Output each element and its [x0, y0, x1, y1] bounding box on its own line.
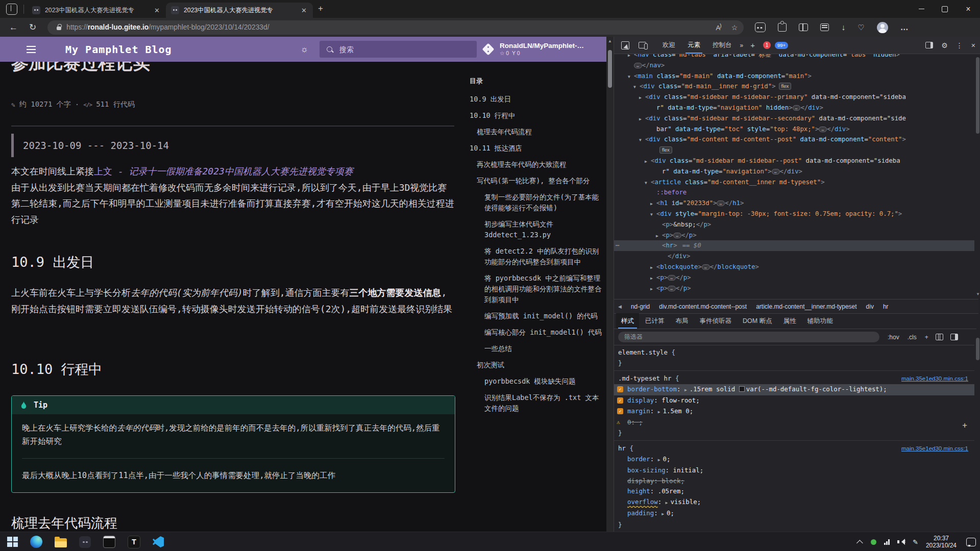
site-title[interactable]: My Pamphlet Blog [65, 43, 172, 56]
taskbar-app-icon[interactable] [79, 536, 91, 548]
toc-item[interactable]: 复制一些必要部分的文件(为了基本能使得能够运行不会报错) [470, 192, 603, 213]
dom-node[interactable]: ▶<div class="md-sidebar md-sidebar--seco… [614, 113, 974, 124]
breadcrumb-item[interactable]: article.md-content__inner.md-typeset [756, 303, 856, 310]
dom-node[interactable]: ▶<p>…</p> [614, 283, 974, 294]
toc-item[interactable]: 梳理去年代码流程 [470, 127, 603, 137]
toc-item[interactable]: 将 pyorbbecsdk 中之前编写和整理的相机调用功能和分割算法的文件整合到… [470, 273, 603, 305]
grid-overlay-icon[interactable] [936, 334, 943, 340]
styles-tab-属性[interactable]: 属性 [778, 313, 801, 329]
window-minimize-button[interactable] [910, 0, 933, 18]
toc-item[interactable]: 一些总结 [470, 343, 603, 354]
css-property[interactable]: height: .05rem; [614, 486, 974, 497]
css-property[interactable]: ⚠0: ; [614, 417, 974, 428]
more-tabs-icon[interactable]: » [740, 42, 744, 49]
breadcrumb-item[interactable]: hr [883, 303, 889, 310]
page-scrollbar[interactable]: ▲ [606, 37, 614, 532]
css-property[interactable]: border: ▶0; [614, 454, 974, 466]
read-aloud-icon[interactable]: A) [716, 22, 721, 32]
tray-green-app-icon[interactable] [871, 539, 876, 545]
scroll-up-arrow[interactable]: ▲ [606, 39, 614, 43]
scroll-down-arrow[interactable]: ▼ [976, 292, 980, 296]
notification-center-icon[interactable] [966, 538, 976, 546]
breadcrumb-item[interactable]: div [866, 303, 874, 310]
dom-node[interactable]: ▶<div class="md-sidebar md-sidebar--prim… [614, 92, 974, 103]
stylesheet-link[interactable]: main.35e1ed30.min.css:1 [901, 373, 968, 384]
lock-icon[interactable] [57, 27, 61, 30]
window-close-button[interactable]: × [957, 0, 980, 18]
favorites-star-icon[interactable]: ☆ [731, 23, 738, 32]
network-icon[interactable] [884, 539, 890, 545]
toc-item[interactable]: pyorbbecsdk 模块缺失问题 [470, 376, 603, 387]
device-emulation-icon[interactable] [639, 42, 646, 48]
inspect-element-icon[interactable] [621, 41, 629, 49]
dock-side-icon[interactable] [925, 42, 933, 48]
css-property[interactable]: display: block; [614, 476, 974, 487]
page-scrollbar-thumb[interactable] [608, 50, 612, 88]
tree-scrollbar-thumb[interactable] [976, 57, 979, 134]
devtools-tab-元素[interactable]: 元素 [681, 37, 706, 54]
dom-node[interactable]: ▶<p>…</p> [614, 272, 974, 283]
dom-node[interactable]: ▼<article class="md-content__inner md-ty… [614, 177, 974, 188]
toc-item[interactable]: 初步编写主体代码文件 3ddetect_1.23.py [470, 219, 603, 240]
split-screen-icon[interactable] [799, 23, 808, 31]
toc-item[interactable]: 写代码(第一轮比赛), 整合各个部分 [470, 176, 603, 186]
devtools-settings-gear-icon[interactable]: ⚙ [941, 41, 948, 49]
dom-node[interactable]: …</nav> [614, 60, 974, 71]
dom-node[interactable]: bar" data-md-type="toc" style="top: 48px… [614, 124, 974, 135]
address-bar[interactable]: https://ronald-luo.gitee.io/mypamphlet-b… [47, 20, 744, 35]
devtools-tab-控制台[interactable]: 控制台 [706, 37, 738, 54]
stylesheet-link[interactable]: main.35e1ed30.min.css:1 [901, 443, 968, 454]
menu-icon[interactable] [27, 49, 36, 50]
css-property[interactable]: overflow: ▶visible; [614, 497, 974, 509]
css-property[interactable]: ✓border-bottom: ▶.15rem solid var(--md-d… [614, 384, 974, 396]
browser-tab-1[interactable]: 2023中国机器人大赛先进视觉专 ✕ [27, 3, 166, 18]
extensions-puzzle-icon[interactable] [778, 23, 787, 32]
devtools-scrollbar[interactable]: ▼ [974, 54, 980, 532]
toc-item[interactable]: 编写核心部分 init_model1() 代码 [470, 327, 603, 338]
dom-node[interactable]: ▶<nav class="md-tabs" aria-label="标签" da… [614, 54, 974, 60]
styles-tab-布局[interactable]: 布局 [671, 313, 694, 329]
toc-item[interactable]: 10.11 抵达酒店 [470, 143, 603, 154]
styles-scrollbar-thumb[interactable] [976, 338, 979, 360]
css-property[interactable]: ✓display: flow-root; [614, 395, 974, 406]
dom-node[interactable]: ▶<p>…</p> [614, 230, 974, 241]
browser-essentials-icon[interactable]: ♡ [857, 23, 864, 32]
pinned-extension-icon[interactable] [755, 22, 766, 32]
taskbar-clock[interactable]: 20:37 2023/10/24 [926, 535, 957, 549]
toc-item[interactable]: 再次梳理去年代码的大致流程 [470, 159, 603, 170]
toc-item[interactable]: 编写预加载 init_model() 的代码 [470, 311, 603, 321]
dom-node[interactable]: </div> [614, 251, 974, 262]
devtools-close-icon[interactable]: × [971, 41, 975, 49]
collections-icon[interactable] [820, 23, 829, 31]
dom-node[interactable]: r" data-md-type="navigation">…</div> [614, 166, 974, 177]
add-tab-icon[interactable]: + [750, 41, 755, 49]
new-style-rule-icon[interactable]: + [925, 334, 928, 341]
styles-tab-已计算[interactable]: 已计算 [640, 313, 670, 329]
toc-item[interactable]: 10.9 出发日 [470, 94, 603, 105]
repo-card[interactable]: RonaldLN/MyPamphlet-… ☆ 0 Y 0 [484, 42, 606, 57]
toggle-hover-state[interactable]: :hov [888, 334, 899, 341]
dom-node[interactable]: ▼<div class="md-content md-content--post… [614, 134, 974, 145]
reload-button[interactable]: ↻ [29, 22, 36, 33]
styles-tab-事件侦听器[interactable]: 事件侦听器 [695, 313, 737, 329]
vscode-icon[interactable] [153, 536, 164, 547]
site-search[interactable] [320, 41, 477, 58]
back-button[interactable]: ← [9, 22, 18, 33]
search-input[interactable] [338, 45, 453, 54]
dom-node[interactable]: ▼<div class="md-main__inner md-grid">fle… [614, 81, 974, 92]
error-count-badge[interactable]: 1 [763, 41, 771, 49]
hidden-icons-chevron[interactable] [856, 540, 863, 546]
dom-node[interactable]: ▼<main class="md-main" data-md-component… [614, 71, 974, 82]
profile-avatar[interactable] [877, 22, 888, 33]
add-rule-plus-icon[interactable]: + [962, 420, 967, 430]
pen-input-icon[interactable]: ✎ [913, 538, 918, 546]
breadcrumb-back-icon[interactable]: ◀ [618, 304, 622, 309]
taskbar-edge-icon[interactable] [30, 536, 42, 548]
css-property[interactable]: padding: ▶0; [614, 508, 974, 520]
new-tab-button[interactable]: + [318, 4, 323, 14]
toc-item[interactable]: 将 detect2.2 中的队友打包的识别功能部分的代码整合到新项目中 [470, 246, 603, 267]
styles-tab-样式[interactable]: 样式 [616, 313, 639, 329]
breadcrumb-item[interactable]: nd-grid [631, 303, 650, 310]
start-button-icon[interactable] [7, 537, 18, 547]
dom-node[interactable]: <p>&nbsp;</p> [614, 219, 974, 230]
